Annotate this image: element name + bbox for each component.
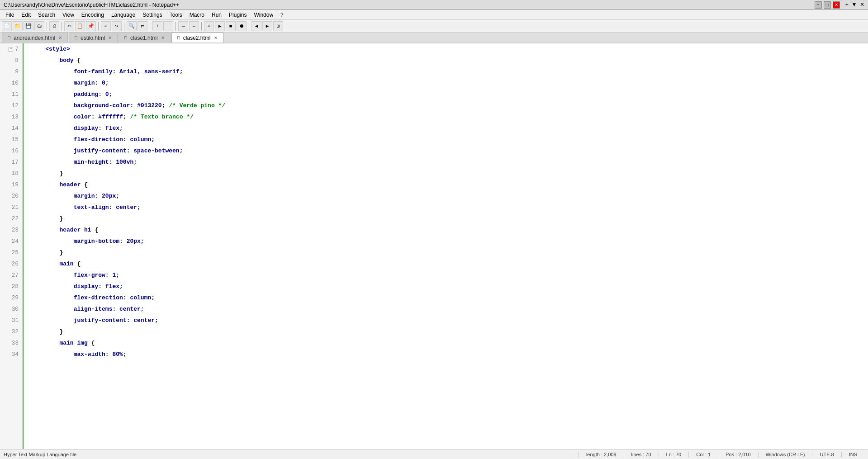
tab-icon-clase2: 🗒 bbox=[176, 35, 181, 40]
line-number-24: 24 bbox=[0, 236, 22, 247]
code-content[interactable]: <style> body { font-family: Arial, sans-… bbox=[24, 43, 868, 449]
tab-icon-estilo: 🗒 bbox=[74, 35, 78, 40]
toolbar-stop[interactable]: ■ bbox=[226, 21, 236, 31]
maximize-btn[interactable]: □ bbox=[824, 1, 831, 9]
tab-close-clase1[interactable]: ✕ bbox=[160, 35, 166, 41]
code-line-14: display: flex; bbox=[24, 123, 868, 134]
code-line-18: } bbox=[24, 168, 868, 179]
toolbar-misc[interactable]: ⊞ bbox=[273, 21, 283, 31]
code-line-26: main { bbox=[24, 258, 868, 270]
menu-language[interactable]: Language bbox=[108, 11, 139, 19]
tab-label-andreaindex: andreaindex.html bbox=[14, 35, 55, 41]
toolbar-print[interactable]: 🖨 bbox=[49, 21, 59, 31]
sep8 bbox=[249, 22, 249, 31]
line-number-33: 33 bbox=[0, 337, 22, 349]
menu-plugins[interactable]: Plugins bbox=[225, 11, 250, 19]
toolbar-prev[interactable]: ◀ bbox=[251, 21, 261, 31]
tab-clase2[interactable]: 🗒 clase2.html ✕ bbox=[171, 33, 223, 43]
minimize-btn[interactable]: − bbox=[815, 1, 822, 9]
code-line-34: max-width: 80%; bbox=[24, 349, 868, 360]
toolbar-next[interactable]: ▶ bbox=[262, 21, 272, 31]
toolbar-saveall[interactable]: 🗂 bbox=[34, 21, 44, 31]
menu-tools[interactable]: Tools bbox=[166, 11, 186, 19]
line-number-21: 21 bbox=[0, 202, 22, 213]
code-line-31: justify-content: center; bbox=[24, 315, 868, 326]
menu-help[interactable]: ? bbox=[277, 11, 287, 19]
toolbar-open[interactable]: 📁 bbox=[13, 21, 23, 31]
code-line-28: display: flex; bbox=[24, 281, 868, 292]
toolbar-cut[interactable]: ✂ bbox=[64, 21, 74, 31]
tab-icon-andreaindex: 🗒 bbox=[7, 35, 11, 40]
menu-view[interactable]: View bbox=[59, 11, 78, 19]
tab-clase1[interactable]: 🗒 clase1.html ✕ bbox=[119, 33, 171, 43]
toolbar-paste[interactable]: 📌 bbox=[86, 21, 96, 31]
status-insert-mode: INS bbox=[841, 452, 864, 457]
line-number-17: 17 bbox=[0, 156, 22, 168]
toolbar-find[interactable]: 🔍 bbox=[127, 21, 137, 31]
tab-andreaindex[interactable]: 🗒 andreaindex.html ✕ bbox=[2, 33, 68, 43]
code-line-13: color: #ffffff; /* Texto branco */ bbox=[24, 111, 868, 123]
tab-estilo[interactable]: 🗒 estilo.html ✕ bbox=[69, 33, 118, 43]
line-number-9: 9 bbox=[0, 66, 22, 77]
menu-search[interactable]: Search bbox=[34, 11, 59, 19]
toolbar-unindent[interactable]: ← bbox=[189, 21, 199, 31]
line-number-28: 28 bbox=[0, 281, 22, 292]
code-line-22: } bbox=[24, 213, 868, 224]
menu-run[interactable]: Run bbox=[208, 11, 225, 19]
line-number-27: 27 bbox=[0, 270, 22, 281]
toolbar-zoomin[interactable]: + bbox=[152, 21, 162, 31]
toolbar-indent[interactable]: → bbox=[178, 21, 188, 31]
toolbar-redo[interactable]: ↪ bbox=[112, 21, 122, 31]
menu-window[interactable]: Window bbox=[250, 11, 277, 19]
menu-encoding[interactable]: Encoding bbox=[78, 11, 108, 19]
code-line-7: <style> bbox=[24, 43, 868, 55]
toolbar-run[interactable]: ▶ bbox=[215, 21, 225, 31]
sep7 bbox=[201, 22, 202, 31]
toolbar-zoomout[interactable]: − bbox=[163, 21, 173, 31]
sep4 bbox=[124, 22, 124, 31]
menu-settings[interactable]: Settings bbox=[139, 11, 166, 19]
line-number-16: 16 bbox=[0, 145, 22, 156]
line-number-8: 8 bbox=[0, 55, 22, 66]
line-number-13: 13 bbox=[0, 111, 22, 123]
window-controls[interactable]: − □ ✕ + ▼ ✕ bbox=[815, 1, 864, 9]
status-ln: Ln : 70 bbox=[659, 452, 689, 457]
close-btn[interactable]: ✕ bbox=[833, 1, 840, 9]
toolbar-new[interactable]: 📄 bbox=[2, 21, 12, 31]
tab-close-clase2[interactable]: ✕ bbox=[213, 35, 218, 41]
toolbar-record[interactable]: ⏺ bbox=[237, 21, 247, 31]
tab-close-estilo[interactable]: ✕ bbox=[107, 35, 113, 41]
line-number-34: 34 bbox=[0, 349, 22, 360]
toolbar-save[interactable]: 💾 bbox=[24, 21, 33, 31]
code-line-24: margin-bottom: 20px; bbox=[24, 236, 868, 247]
code-line-25: } bbox=[24, 247, 868, 258]
line-number-25: 25 bbox=[0, 247, 22, 258]
toolbar-replace[interactable]: ⇄ bbox=[138, 21, 147, 31]
editor-container: −789101112131415161718192021222324252627… bbox=[0, 43, 868, 449]
menu-macro[interactable]: Macro bbox=[186, 11, 208, 19]
menu-bar: File Edit Search View Encoding Language … bbox=[0, 10, 868, 20]
toolbar-undo[interactable]: ↩ bbox=[101, 21, 111, 31]
menu-file[interactable]: File bbox=[2, 11, 18, 19]
code-line-29: flex-direction: column; bbox=[24, 292, 868, 303]
menu-edit[interactable]: Edit bbox=[18, 11, 34, 19]
status-pos: Pos : 2,010 bbox=[718, 452, 758, 457]
tab-label-estilo: estilo.html bbox=[81, 35, 105, 41]
status-encoding: UTF-8 bbox=[812, 452, 841, 457]
sep5 bbox=[150, 22, 150, 31]
code-line-27: flex-grow: 1; bbox=[24, 270, 868, 281]
sep1 bbox=[47, 22, 47, 31]
line-number-7: −7 bbox=[0, 43, 22, 55]
code-line-16: justify-content: space-between; bbox=[24, 145, 868, 156]
line-number-23: 23 bbox=[0, 224, 22, 236]
code-line-19: header { bbox=[24, 179, 868, 190]
code-line-21: text-align: center; bbox=[24, 202, 868, 213]
code-line-23: header h1 { bbox=[24, 224, 868, 236]
status-bar: Hyper Text Markup Language file length :… bbox=[0, 449, 868, 459]
toolbar-copy[interactable]: 📋 bbox=[75, 21, 85, 31]
sep6 bbox=[175, 22, 176, 31]
tab-close-andreaindex[interactable]: ✕ bbox=[57, 35, 63, 41]
fold-icon-7[interactable]: − bbox=[9, 47, 13, 52]
toolbar-wrap[interactable]: ⏎ bbox=[204, 21, 214, 31]
code-line-9: font-family: Arial, sans-serif; bbox=[24, 66, 868, 77]
